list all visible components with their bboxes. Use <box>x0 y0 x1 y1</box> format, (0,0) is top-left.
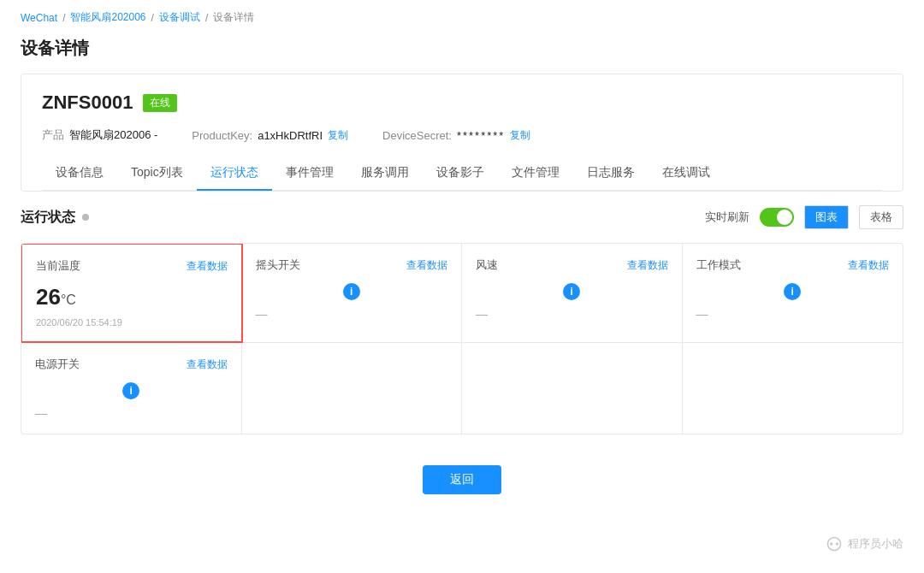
cell-power-switch-dash: — <box>35 406 228 420</box>
product-name: 智能风扇202006 - <box>69 127 157 143</box>
return-button[interactable]: 返回 <box>423 465 501 494</box>
svg-point-1 <box>836 542 838 545</box>
swing-info-icon: i <box>343 283 360 300</box>
section-title: 运行状态 <box>21 209 89 227</box>
device-id: ZNFS0001 <box>42 92 133 114</box>
section-actions: 实时刷新 图表 表格 <box>705 205 903 229</box>
breadcrumb-detail: 设备详情 <box>213 10 254 25</box>
data-row-1: 当前温度 查看数据 26°C 2020/06/20 15:54:19 摇头开关 … <box>21 244 903 343</box>
tab-bar: 设备信息 Topic列表 运行状态 事件管理 服务调用 设备影子 文件管理 日志… <box>42 157 882 191</box>
device-secret-label: DeviceSecret: <box>382 129 452 142</box>
device-secret-value: ******** <box>457 129 505 142</box>
cell-wind-speed-dash: — <box>476 307 668 321</box>
product-key-value: a1xHkDRtfRI <box>258 129 323 142</box>
product-info: 产品 智能风扇202006 - <box>42 127 157 143</box>
main-card: ZNFS0001 在线 产品 智能风扇202006 - ProductKey: … <box>21 74 903 192</box>
cell-swing-view-link[interactable]: 查看数据 <box>406 258 447 273</box>
product-key-label: ProductKey: <box>192 129 252 142</box>
cell-temperature-value: 26°C <box>36 284 228 310</box>
status-dot-icon <box>82 214 89 221</box>
cell-wind-speed-view-link[interactable]: 查看数据 <box>627 258 668 273</box>
breadcrumb: WeChat / 智能风扇202006 / 设备调试 / 设备详情 <box>0 0 924 30</box>
cell-swing-name: 摇头开关 <box>256 257 300 273</box>
wechat-icon <box>826 535 843 552</box>
table-view-btn[interactable]: 表格 <box>859 205 903 229</box>
data-row-2: 电源开关 查看数据 i — <box>21 343 903 434</box>
realtime-label: 实时刷新 <box>705 210 749 225</box>
empty-cell-2 <box>462 343 683 434</box>
tab-file-mgmt[interactable]: 文件管理 <box>498 157 573 191</box>
cell-power-switch-view-link[interactable]: 查看数据 <box>187 357 228 372</box>
watermark-text: 程序员小哈 <box>848 536 903 552</box>
cell-wind-speed: 风速 查看数据 i — <box>462 244 683 342</box>
cell-work-mode: 工作模式 查看数据 i — <box>683 244 903 342</box>
svg-point-0 <box>830 542 832 545</box>
cell-temperature-time: 2020/06/20 15:54:19 <box>36 317 228 328</box>
product-key-copy-btn[interactable]: 复制 <box>328 128 348 143</box>
cell-temperature: 当前温度 查看数据 26°C 2020/06/20 15:54:19 <box>21 243 243 343</box>
breadcrumb-wechat[interactable]: WeChat <box>21 12 57 24</box>
page-title: 设备详情 <box>0 30 924 74</box>
product-label: 产品 <box>42 127 64 143</box>
tab-service-call[interactable]: 服务调用 <box>347 157 423 191</box>
tab-event-mgmt[interactable]: 事件管理 <box>272 157 347 191</box>
work-mode-info-icon: i <box>784 283 801 300</box>
tab-topic-list[interactable]: Topic列表 <box>117 157 197 191</box>
breadcrumb-product[interactable]: 智能风扇202006 <box>70 10 145 25</box>
tab-device-info[interactable]: 设备信息 <box>42 157 117 191</box>
tab-log-service[interactable]: 日志服务 <box>573 157 649 191</box>
content-section: 运行状态 实时刷新 图表 表格 当前温度 查看数据 <box>21 205 903 434</box>
power-switch-info-icon: i <box>122 382 139 399</box>
cell-work-mode-dash: — <box>696 307 890 321</box>
empty-cell-1 <box>242 343 463 434</box>
cell-temperature-name: 当前温度 <box>36 258 80 274</box>
data-grid: 当前温度 查看数据 26°C 2020/06/20 15:54:19 摇头开关 … <box>21 243 903 434</box>
watermark: 程序员小哈 <box>826 535 903 552</box>
realtime-toggle[interactable] <box>760 208 794 227</box>
cell-power-switch: 电源开关 查看数据 i — <box>21 343 242 434</box>
wind-speed-info-icon: i <box>563 283 580 300</box>
section-header: 运行状态 实时刷新 图表 表格 <box>21 205 903 229</box>
device-secret-copy-btn[interactable]: 复制 <box>510 128 530 143</box>
cell-temperature-view-link[interactable]: 查看数据 <box>187 259 228 274</box>
device-header: ZNFS0001 在线 <box>42 92 882 114</box>
cell-work-mode-view-link[interactable]: 查看数据 <box>848 258 889 273</box>
cell-swing: 摇头开关 查看数据 i — <box>242 244 463 342</box>
cell-power-switch-name: 电源开关 <box>35 357 80 372</box>
empty-cell-3 <box>683 343 903 434</box>
tab-run-status[interactable]: 运行状态 <box>197 157 272 191</box>
device-meta: 产品 智能风扇202006 - ProductKey: a1xHkDRtfRI … <box>42 127 882 143</box>
device-secret-info: DeviceSecret: ******** 复制 <box>382 128 530 143</box>
product-key-info: ProductKey: a1xHkDRtfRI 复制 <box>192 128 348 143</box>
breadcrumb-debug[interactable]: 设备调试 <box>159 10 200 25</box>
chart-view-btn[interactable]: 图表 <box>804 205 849 229</box>
cell-work-mode-name: 工作模式 <box>696 257 741 273</box>
page-wrapper: WeChat / 智能风扇202006 / 设备调试 / 设备详情 设备详情 Z… <box>0 0 924 573</box>
tab-online-debug[interactable]: 在线调试 <box>649 157 724 191</box>
return-btn-wrapper: 返回 <box>0 448 924 520</box>
cell-wind-speed-name: 风速 <box>476 257 498 273</box>
tab-device-shadow[interactable]: 设备影子 <box>423 157 498 191</box>
cell-swing-dash: — <box>256 307 448 321</box>
status-badge: 在线 <box>143 94 177 112</box>
